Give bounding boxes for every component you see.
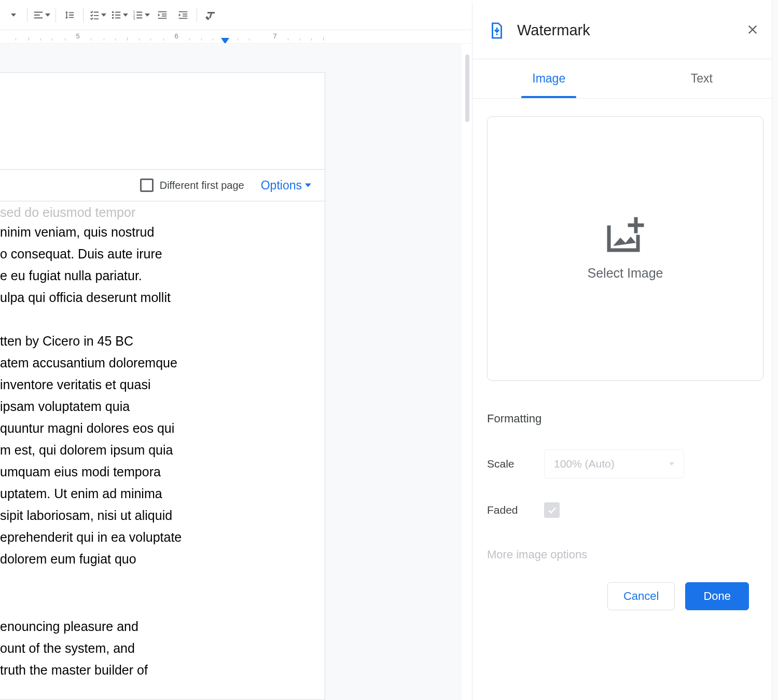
svg-point-0 bbox=[112, 11, 114, 13]
sidepanel-title: Watermark bbox=[517, 22, 731, 39]
tab-text[interactable]: Text bbox=[626, 59, 779, 98]
scrollbar-thumb[interactable] bbox=[465, 54, 469, 122]
formatting-heading: Formatting bbox=[487, 412, 763, 426]
svg-point-2 bbox=[112, 17, 114, 19]
ruler-number-6: 6 bbox=[174, 32, 178, 40]
ruler-number-7: 7 bbox=[273, 32, 276, 40]
decrease-indent-button[interactable] bbox=[153, 6, 172, 24]
more-format-dropdown[interactable] bbox=[4, 6, 23, 24]
add-image-icon bbox=[606, 217, 645, 254]
line-spacing-button[interactable] bbox=[60, 6, 79, 24]
clear-formatting-button[interactable] bbox=[201, 6, 220, 24]
check-icon bbox=[547, 505, 557, 515]
bulleted-list-dropdown[interactable] bbox=[109, 6, 129, 24]
scale-label: Scale bbox=[487, 458, 544, 470]
ruler-number-5: 5 bbox=[76, 32, 79, 40]
watermark-sidepanel: Watermark Image Text Select Image Format… bbox=[472, 2, 778, 700]
scale-value: 100% (Auto) bbox=[554, 458, 615, 470]
more-image-options-link[interactable]: More image options bbox=[487, 548, 763, 561]
svg-text:3: 3 bbox=[133, 17, 135, 20]
select-image-button[interactable]: Select Image bbox=[487, 116, 763, 381]
chevron-down-icon bbox=[305, 183, 311, 187]
done-button[interactable]: Done bbox=[685, 582, 749, 610]
numbered-list-dropdown[interactable]: 123 bbox=[131, 6, 151, 24]
watermark-tabs: Image Text bbox=[473, 59, 778, 99]
faded-label: Faded bbox=[487, 504, 544, 516]
different-first-page-label: Different first page bbox=[160, 180, 244, 191]
different-first-page-checkbox[interactable]: Different first page bbox=[140, 179, 244, 192]
right-gutter bbox=[772, 0, 778, 700]
checklist-dropdown[interactable] bbox=[88, 6, 107, 24]
scale-select[interactable]: 100% (Auto) bbox=[544, 449, 684, 478]
close-sidepanel-button[interactable] bbox=[743, 20, 762, 42]
header-options-dropdown[interactable]: Options bbox=[261, 179, 311, 193]
cancel-button[interactable]: Cancel bbox=[607, 582, 675, 610]
faded-checkbox[interactable] bbox=[544, 502, 560, 518]
align-dropdown[interactable] bbox=[32, 6, 51, 24]
svg-point-6 bbox=[496, 33, 497, 35]
document-page[interactable]: Different first page Options sed do eius… bbox=[0, 72, 325, 700]
ruler-indent-marker[interactable] bbox=[221, 37, 229, 44]
chevron-down-icon bbox=[669, 462, 674, 465]
header-options-bar: Different first page Options bbox=[0, 169, 325, 201]
select-image-label: Select Image bbox=[588, 266, 663, 281]
close-icon bbox=[747, 24, 758, 35]
increase-indent-button[interactable] bbox=[174, 6, 192, 24]
tab-image[interactable]: Image bbox=[473, 59, 626, 98]
document-body-text[interactable]: sed do eiusmod tempor ninim veniam, quis… bbox=[0, 201, 294, 681]
options-label: Options bbox=[261, 179, 302, 193]
svg-point-1 bbox=[112, 14, 114, 16]
sidepanel-header: Watermark bbox=[473, 2, 778, 59]
document-area: Different first page Options sed do eius… bbox=[0, 44, 462, 700]
watermark-document-icon bbox=[488, 22, 506, 39]
checkbox-icon bbox=[140, 179, 154, 192]
